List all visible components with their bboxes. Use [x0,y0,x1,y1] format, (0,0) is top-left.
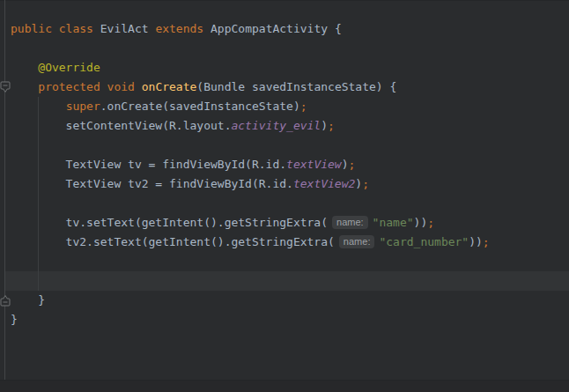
code-line[interactable]: } [11,291,569,310]
code-area[interactable]: public class EvilAct extends AppCompatAc… [11,19,569,329]
code-token-plain: (Bundle savedInstanceState) { [196,80,396,93]
parameter-name-hint-chip: name: [339,235,375,248]
gutter-fold-line [4,0,5,381]
code-token-plain [100,80,107,93]
code-token-plain: )) [414,216,428,229]
code-token-plain: )) [469,235,483,248]
code-token-plain [11,80,38,93]
code-token-semicolon: ; [427,216,434,229]
code-token-plain: AppCompatActivity { [203,22,342,35]
code-token-plain [11,61,38,74]
editor-top-edge [0,0,569,1]
code-token-method: onCreate [142,80,197,93]
code-token-semicolon: ; [300,100,307,113]
code-token-string: "card_number" [379,235,469,248]
code-line[interactable] [11,252,569,271]
code-line[interactable]: public class EvilAct extends AppCompatAc… [11,19,569,39]
code-line[interactable]: TextView tv2 = findViewById(R.id.textVie… [11,174,569,194]
editor-bottom-edge [0,380,569,392]
code-token-plain: ) [321,119,328,132]
code-token-field: textView2 [293,177,355,190]
code-token-plain: tv.setText(getIntent().getStringExtra( [11,216,328,229]
code-token-field: activity_evil [231,119,321,132]
code-token-keyword: void [107,80,135,93]
code-line[interactable]: tv.setText(getIntent().getStringExtra(na… [11,213,569,233]
code-token-plain: } [11,313,18,326]
code-token-keyword: protected [38,80,100,93]
code-token-field: textView [286,158,342,171]
code-line[interactable] [11,39,569,58]
code-token-keyword: class [59,22,93,35]
code-token-plain [11,100,66,113]
code-token-semicolon: ; [349,158,356,171]
code-token-semicolon: ; [362,177,369,190]
code-token-plain: ) [342,158,349,171]
code-token-semicolon: ; [328,119,335,132]
code-token-plain: } [11,293,45,307]
code-line[interactable] [11,271,569,291]
code-token-plain: .onCreate(savedInstanceState) [100,100,300,113]
code-token-plain: setContentView(R.layout. [11,119,231,132]
code-line[interactable] [11,136,569,155]
code-line[interactable] [11,194,569,213]
code-line[interactable]: @Override [11,58,569,78]
fold-collapse-start-icon[interactable] [0,81,11,93]
fold-collapse-end-icon[interactable] [0,294,11,307]
code-token-keyword: extends [155,22,203,35]
parameter-name-hint-chip: name: [332,216,368,229]
code-token-string: "name" [373,216,414,229]
code-token-keyword: super [66,100,100,113]
code-line[interactable]: } [11,310,569,329]
code-token-semicolon: ; [483,235,490,248]
code-token-plain: TextView tv2 = findViewById(R.id. [11,177,293,190]
code-token-keyword: public [11,22,52,35]
code-line[interactable]: super.onCreate(savedInstanceState); [11,97,569,116]
code-token-annotation: @Override [38,61,100,74]
code-token-plain: TextView tv = findViewById(R.id. [11,158,286,171]
code-editor[interactable]: public class EvilAct extends AppCompatAc… [0,0,569,392]
code-token-plain: ) [355,177,362,190]
code-token-plain: tv2.setText(getIntent().getStringExtra( [11,235,335,248]
code-line[interactable]: tv2.setText(getIntent().getStringExtra(n… [11,233,569,252]
code-token-plain [52,22,59,35]
code-line[interactable]: TextView tv = findViewById(R.id.textView… [11,155,569,174]
code-token-plain [135,80,142,93]
code-line[interactable]: setContentView(R.layout.activity_evil); [11,116,569,136]
code-token-plain: EvilAct [93,22,155,35]
code-line[interactable]: protected void onCreate(Bundle savedInst… [11,78,569,97]
